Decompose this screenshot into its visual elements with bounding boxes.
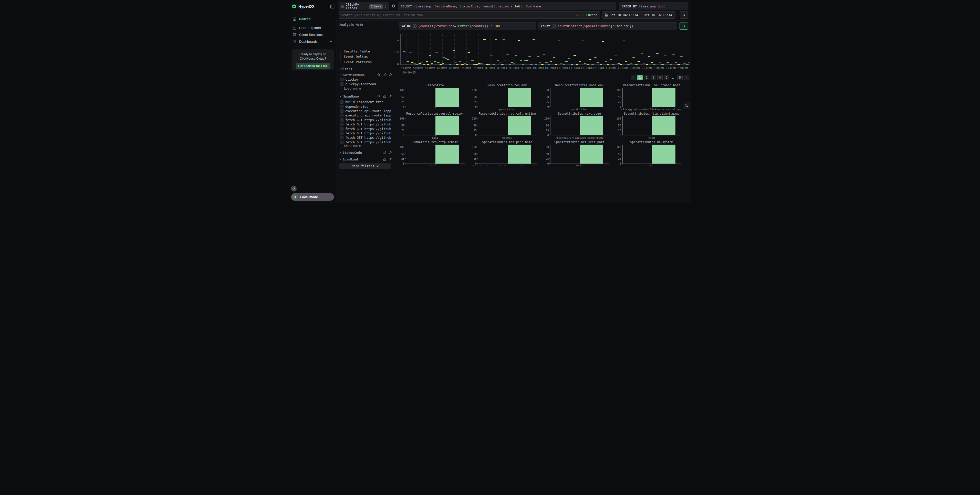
attribute-chart: SpanAttributes.http.client.name02550100h… <box>616 112 688 140</box>
source-selector[interactable]: ClickPy Traces Schema <box>339 3 389 10</box>
filter-option[interactable]: fetch GET https://github.… <box>340 127 391 131</box>
filter-option[interactable]: build component tree <box>340 100 391 104</box>
lucene-mode-option[interactable]: Lucene <box>586 13 597 17</box>
checkbox[interactable] <box>340 132 344 135</box>
bar[interactable] <box>436 88 459 107</box>
sidebar-item-client-sessions[interactable]: Client Sessions <box>289 31 337 38</box>
data-point <box>520 60 522 61</box>
attribute-chart: ResourceAttributes.env02550100production <box>471 83 543 112</box>
x-category-label: production <box>544 108 615 111</box>
gridline <box>430 34 431 65</box>
filter-group-spankind[interactable]: SpanKind <box>339 157 392 161</box>
checkbox[interactable] <box>340 114 344 117</box>
query-language-toggle[interactable]: SQL | Lucene <box>576 13 597 17</box>
prev-page-button[interactable]: ‹ <box>631 75 636 80</box>
checkbox[interactable] <box>340 105 344 108</box>
filter-option[interactable]: clickpy-frontend <box>340 82 391 86</box>
data-point <box>511 62 513 63</box>
bar-chart-icon[interactable] <box>383 158 386 161</box>
sidebar-item-dashboards[interactable]: Dashboards <box>289 38 337 45</box>
sidebar-item-chart-explorer[interactable]: Chart Explorer <box>289 24 337 31</box>
pin-icon[interactable] <box>389 158 392 161</box>
y-tick-label: 25 <box>474 129 477 132</box>
page-button-5[interactable]: 5 <box>664 75 669 80</box>
search-icon[interactable] <box>377 73 380 76</box>
data-point <box>414 63 416 63</box>
data-point <box>632 57 635 57</box>
bar[interactable] <box>436 116 459 135</box>
checkbox[interactable] <box>340 118 344 122</box>
filter-group-statuscode[interactable]: StatusCode <box>339 151 392 155</box>
filter-option[interactable]: clickpy <box>340 77 391 82</box>
filter-option[interactable]: executing api route (app)… <box>340 113 391 117</box>
checkbox[interactable] <box>340 141 344 144</box>
pin-icon[interactable] <box>389 73 392 76</box>
page-button-9[interactable]: 9 <box>677 75 682 80</box>
page-button-2[interactable]: 2 <box>644 75 649 80</box>
mode-results-table[interactable]: Results Table <box>344 49 390 54</box>
load-more-link[interactable]: › Load more <box>340 87 361 90</box>
gear-icon[interactable]: ⚙ <box>391 3 395 8</box>
bar-chart-icon[interactable] <box>383 151 386 154</box>
bar[interactable] <box>508 88 531 107</box>
filter-group-spanname[interactable]: SpanName <box>339 94 392 98</box>
get-started-button[interactable]: Get Started for Free <box>296 63 330 69</box>
value-expression-input[interactable]: Value i (countIf(StatusCode='Error')/cou… <box>399 22 536 29</box>
checkbox[interactable] <box>340 78 344 81</box>
pin-icon[interactable] <box>389 151 392 154</box>
mode-event-patterns[interactable]: Event Patterns <box>344 60 390 65</box>
bar[interactable] <box>436 144 459 163</box>
bar[interactable] <box>652 116 676 135</box>
filter-settings-fab[interactable] <box>683 102 690 109</box>
sidebar-item-search[interactable]: Search <box>289 15 337 22</box>
select-clause-input[interactable]: SELECT Timestamp, ServiceName, StatusCod… <box>398 3 616 10</box>
page-button-4[interactable]: 4 <box>657 75 663 80</box>
bar[interactable] <box>652 144 676 163</box>
more-filters-button[interactable]: More filters <box>339 163 391 169</box>
bar[interactable] <box>508 144 531 163</box>
run-analysis-button[interactable] <box>679 22 688 30</box>
checkbox[interactable] <box>340 82 344 86</box>
bar[interactable] <box>580 144 603 163</box>
deltas-chart[interactable] <box>400 34 689 65</box>
checkbox[interactable] <box>340 136 344 139</box>
count-expression-input[interactable]: Count i countDistinct(SpanAttributes['us… <box>538 22 677 29</box>
page-button-3[interactable]: 3 <box>651 75 656 80</box>
date-range-text: Oct 10 04:16:14 - Oct 10 16:16:14 <box>609 13 672 17</box>
filter-option[interactable]: executing api route (app)… <box>340 109 391 113</box>
filter-option[interactable]: fetch GET https://github.… <box>340 122 391 127</box>
help-button[interactable]: ? <box>291 186 297 192</box>
data-point <box>431 63 433 64</box>
sidebar-collapse-icon[interactable] <box>330 4 334 9</box>
bar[interactable] <box>580 88 603 107</box>
show-more-link[interactable]: › Show more <box>340 144 361 148</box>
bar[interactable] <box>580 116 603 135</box>
bar[interactable] <box>652 88 676 107</box>
user-menu[interactable]: U Local mode › <box>291 193 334 201</box>
bar-chart-icon[interactable] <box>383 73 386 76</box>
chevron-down-icon <box>339 95 342 97</box>
filter-group-servicename[interactable]: ServiceName <box>339 73 392 77</box>
gridline <box>503 34 503 65</box>
run-query-button[interactable] <box>680 11 688 19</box>
checkbox[interactable] <box>340 122 344 126</box>
filter-option[interactable]: fetch GET https://github.… <box>340 118 391 122</box>
date-range-picker[interactable]: Oct 10 04:16:14 - Oct 10 16:16:14 <box>602 11 675 19</box>
order-by-input[interactable]: ORDER BY Timestamp DESC <box>619 3 688 10</box>
filter-option[interactable]: fetch GET https://github.… <box>340 131 391 135</box>
mode-event-deltas[interactable]: Event Deltas <box>344 55 390 60</box>
next-page-button[interactable]: › <box>684 75 689 80</box>
page-button-1[interactable]: 1 <box>637 75 643 80</box>
checkbox[interactable] <box>340 127 344 130</box>
checkbox[interactable] <box>340 109 344 113</box>
search-input[interactable]: Search your events w/ Lucene ex. column:… <box>339 11 600 19</box>
bar[interactable] <box>508 116 531 135</box>
bar-chart-icon[interactable] <box>383 95 386 98</box>
checkbox[interactable] <box>340 100 344 104</box>
sql-mode-option[interactable]: SQL <box>576 13 581 17</box>
pin-icon[interactable] <box>389 95 392 98</box>
filter-option[interactable]: fetch GET https://github.… <box>340 135 391 140</box>
search-icon[interactable] <box>377 95 380 98</box>
filter-option[interactable]: fetch GET https://github.… <box>340 140 391 144</box>
filter-option[interactable]: dependencies <box>340 104 391 108</box>
